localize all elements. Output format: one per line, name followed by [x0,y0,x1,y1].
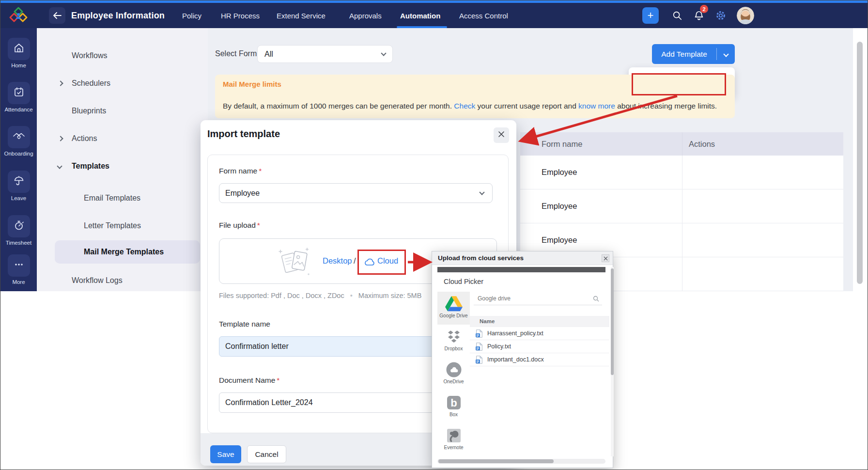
column-header-form-name: Form name [520,132,682,156]
document-icon [476,329,482,340]
modal-close-button[interactable] [494,127,509,143]
file-row[interactable]: Policy.txt [470,340,609,353]
cell-actions [682,156,843,189]
service-google-drive[interactable]: Google Drive [437,292,470,325]
search-icon [593,295,599,304]
sidebar-item-timesheet[interactable]: Timesheet [0,215,37,246]
cell-actions [682,223,843,257]
sidebar-item-email-templates[interactable]: Email Templates [84,191,140,205]
sidebar-item-schedulers[interactable]: Schedulers [72,76,110,91]
add-template-menu-toggle[interactable] [717,44,735,64]
sidebar-item-workflow-logs[interactable]: Workflow Logs [72,273,123,288]
zoho-people-logo[interactable] [8,6,29,27]
close-icon [498,131,505,140]
service-dropbox[interactable]: Dropbox [437,325,470,358]
form-name-select[interactable]: Employee [219,183,493,203]
sidebar-item-more[interactable]: More [0,254,37,285]
chevron-down-icon [479,189,484,195]
close-icon [604,254,608,263]
cell-actions [682,189,843,223]
onedrive-icon [437,360,470,379]
file-row[interactable]: Harrassent_policy.txt [470,327,609,340]
sidebar-item-letter-templates[interactable]: Letter Templates [84,219,141,233]
banner-title: Mail Merge limits [223,80,281,88]
document-icon [476,343,482,353]
annotation-box-import-template [632,73,726,95]
leave-umbrella-icon [13,175,25,188]
table-row: Employee [520,156,843,189]
tab-approvals[interactable]: Approvals [349,3,382,28]
bullet-separator: • [350,292,353,299]
cloud-search-input[interactable] [474,292,602,305]
page-title: Employee Information [71,3,165,28]
select-form-value: All [264,46,273,63]
banner-text: your current usage report and [475,102,578,110]
scrollbar-thumb[interactable] [438,459,554,463]
chevron-down-icon [723,51,728,57]
cloud-picker-label: Cloud Picker [444,278,483,285]
app-sidebar: Home Attendance Onboarding Leave Timeshe… [0,28,37,291]
cell-form-name: Employee [520,189,682,223]
tab-policy[interactable]: Policy [182,3,202,28]
sidebar-item-workflows[interactable]: Workflows [72,48,108,63]
chevron-right-icon [58,136,63,141]
check-link[interactable]: Check [454,102,475,110]
back-button[interactable] [49,7,65,24]
sidebar-item-mail-merge-templates[interactable]: Mail Merge Templates [55,240,200,264]
annotation-box-cloud [357,250,406,275]
file-row[interactable]: Important_doc1.docx [470,353,609,366]
add-template-label: Add Template [652,44,716,64]
table-row: Employee [520,189,843,223]
service-onedrive[interactable]: OneDrive [437,358,470,391]
required-asterisk: * [257,221,260,229]
sidebar-item-home[interactable]: Home [0,38,37,68]
service-evernote[interactable]: Evernote [437,423,470,456]
cancel-button[interactable]: Cancel [247,445,286,463]
popup-close-button[interactable] [602,254,609,262]
file-list-header: Name [470,316,609,327]
sidebar-item-blueprints[interactable]: Blueprints [72,104,106,118]
create-button[interactable]: + [642,7,659,24]
popup-horizontal-scrollbar [437,459,605,464]
user-avatar[interactable] [737,7,754,24]
svg-text:b: b [450,397,457,409]
sidebar-item-leave[interactable]: Leave [0,171,37,201]
banner-text: By default, a maximum of 1000 merges can… [223,102,454,110]
add-template-button[interactable]: Add Template [652,44,735,64]
upload-illustration-icon [277,244,311,281]
tab-hr-process[interactable]: HR Process [221,3,260,28]
sidebar-item-onboarding[interactable]: Onboarding [0,126,37,157]
cell-actions [682,257,843,291]
required-asterisk: * [277,376,279,384]
search-icon[interactable] [672,10,682,23]
sidebar-item-actions[interactable]: Actions [72,131,97,146]
popup-title: Upload from cloud services [438,251,524,265]
template-name-label: Template name [219,320,270,329]
automation-sidebar: Workflows Schedulers Blueprints Actions … [37,28,208,291]
save-button[interactable]: Save [210,445,241,463]
file-upload-label: File upload* [219,221,260,230]
desktop-upload-link[interactable]: Desktop [323,256,352,266]
evernote-icon [437,426,470,445]
sidebar-item-attendance[interactable]: Attendance [0,82,37,112]
settings-gear-icon[interactable] [715,10,726,23]
modal-title: Import template [207,128,280,140]
scrollbar-thumb[interactable] [611,268,614,375]
tab-extend-service[interactable]: Extend Service [277,3,326,28]
tab-access-control[interactable]: Access Control [459,3,508,28]
popup-vertical-scrollbar [611,267,614,456]
page-scrollbar[interactable] [857,42,863,284]
service-box[interactable]: b Box [437,391,470,423]
select-form-dropdown[interactable]: All [257,45,393,63]
tab-automation[interactable]: Automation [400,3,440,28]
banner-text: about increasing merge limits. [615,102,717,110]
know-more-link[interactable]: know more [578,102,615,110]
box-icon: b [437,393,470,412]
home-icon [13,42,25,56]
onboarding-handshake-icon [13,130,25,144]
popup-header: Upload from cloud services [432,251,613,265]
sidebar-item-templates[interactable]: Templates [72,159,109,173]
google-drive-icon [437,295,470,313]
link-divider: / [354,256,356,266]
table-header: Form name Actions [520,132,843,156]
